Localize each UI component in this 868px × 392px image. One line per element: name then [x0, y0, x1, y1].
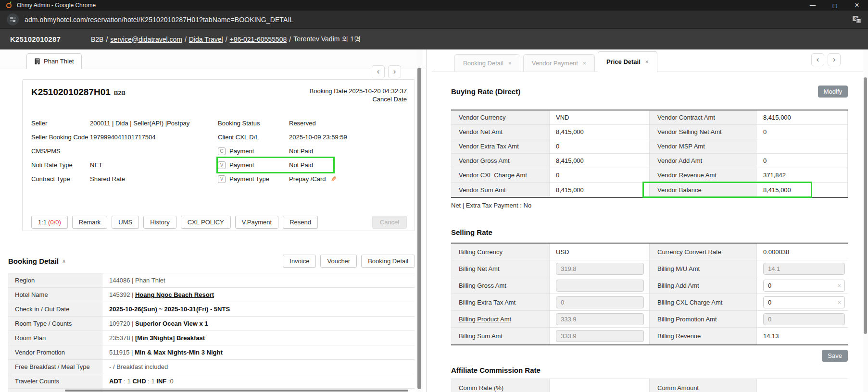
site-settings-icon[interactable] — [7, 13, 19, 25]
tab-price-detail[interactable]: Price Detail× — [598, 51, 657, 72]
clear-input-icon[interactable]: × — [837, 282, 841, 289]
cell-label-text: Vendor Net Amt — [459, 128, 503, 135]
booking-detail-button[interactable]: Booking Detail — [361, 255, 415, 268]
collapse-icon[interactable]: ∧ — [62, 258, 66, 264]
tab-close-icon[interactable]: × — [508, 60, 512, 67]
maximize-button[interactable]: ▢ — [824, 0, 846, 11]
save-button[interactable]: Save — [822, 350, 848, 362]
1-1-button[interactable]: 1:1(0/0) — [31, 216, 68, 229]
row-label-region: Region — [8, 273, 102, 288]
edit-payment-type-icon[interactable]: ✎ — [331, 175, 337, 184]
prev-booking-button[interactable]: ‹ — [372, 65, 385, 78]
hotel-name-link[interactable]: Hoang Ngoc Beach Resort — [135, 291, 214, 298]
url-bar[interactable]: adm.ohmyhotel.com/reservation/hotel/K251… — [0, 11, 868, 29]
v-payment-button[interactable]: V.Payment — [235, 216, 278, 229]
cell-label-vendor-add-amt: Vendor Add Amt — [650, 154, 757, 168]
text-segment: 145392 | — [109, 291, 135, 298]
tab-close-icon[interactable]: × — [583, 60, 586, 67]
agency-name-link[interactable]: Dida Travel — [189, 36, 223, 43]
history-button[interactable]: History — [143, 216, 176, 229]
tab-vendor-payment[interactable]: Vendor Payment× — [523, 54, 595, 72]
row-label-room-type-counts: Room Type / Counts — [8, 317, 102, 331]
cell-label-text: Vendor Extra Tax Amt — [459, 143, 519, 150]
minimize-button[interactable]: — — [802, 0, 824, 11]
tabs-scroll-left-button[interactable]: ‹ — [811, 53, 824, 66]
modify-button[interactable]: Modify — [818, 86, 848, 98]
input-wrap — [763, 263, 845, 275]
cell-label-text: Billing Extra Tax Amt — [459, 299, 516, 306]
cell-value-billing-add-amt: × — [757, 277, 848, 294]
voucher-button[interactable]: Voucher — [320, 255, 357, 268]
cell-value-vendor-selling-net-amt: 0 — [757, 125, 848, 139]
left-panel: Phan Thiet ‹ › K25102010287H01 B2B Booki… — [0, 49, 426, 392]
scrollbar-thumb[interactable] — [864, 77, 867, 334]
cell-label-vendor-gross-amt: Vendor Gross Amt — [451, 154, 550, 168]
billing-add-amt-input[interactable] — [763, 280, 845, 292]
translate-icon[interactable]: G 文 — [853, 16, 861, 24]
separator: / — [106, 36, 108, 43]
vendor-prefix-icon: V — [218, 161, 226, 169]
guest-name: Terentev Vadim 외 1명 — [293, 35, 361, 44]
row-value-free-breakfast-meal-type: - / Breakfast included — [102, 360, 415, 374]
tab-phan-thiet[interactable]: Phan Thiet — [26, 53, 82, 69]
cell-value-billing-cxl-charge-amt: × — [757, 294, 848, 311]
remark-button[interactable]: Remark — [72, 216, 108, 229]
billing-cxl-charge-amt-input[interactable] — [763, 296, 845, 308]
resend-button[interactable]: Resend — [283, 216, 318, 229]
field-pair-client-cxl-d-l: Client CXL D/L2025-10-09 23:59:59 — [218, 130, 347, 144]
tab-close-icon[interactable]: × — [645, 59, 649, 65]
text-segment: :0 — [166, 378, 173, 385]
field-label-text: Booking Status — [218, 120, 260, 127]
button-label: V.Payment — [242, 219, 272, 226]
billing-product-amt-link[interactable]: Billing Product Amt — [459, 316, 511, 323]
right-tab-bar: Booking Detail×Vendor Payment×Price Deta… — [432, 49, 863, 72]
cell-value-billing-promotion-amt — [757, 311, 848, 328]
horizontal-scrollbar-thumb[interactable] — [65, 390, 408, 392]
button-label: UMS — [118, 219, 132, 226]
cell-label-billing-revenue: Billing Revenue — [650, 328, 757, 344]
row-value-traveler-counts: ADT : 1 CHD : 1 INF :0 — [102, 374, 415, 389]
cell-label-vendor-msp-amt: Vendor MSP Amt — [650, 139, 757, 154]
url-text[interactable]: adm.ohmyhotel.com/reservation/hotel/K251… — [25, 16, 293, 24]
button-label: CXL POLICY — [188, 219, 224, 226]
text-segment: CHD — [132, 378, 146, 385]
cxl-policy-button[interactable]: CXL POLICY — [181, 216, 231, 229]
cell-value-billing-extra-tax-amt — [550, 294, 650, 311]
field-value-seller: 200011 | Dida | Seller(API) |Postpay — [90, 120, 218, 127]
field-label-text: Payment — [229, 147, 254, 155]
cell-label-billing-cxl-charge-amt: Billing CXL Charge Amt — [650, 294, 757, 311]
cell-label-vendor-sum-amt: Vendor Sum Amt — [451, 183, 550, 197]
text-segment: Superior Ocean View x 1 — [135, 320, 208, 327]
channel-label: B2B — [91, 36, 103, 43]
cell-label-text: Vendor Gross Amt — [459, 157, 510, 164]
hotel-building-icon — [34, 58, 40, 64]
ums-button[interactable]: UMS — [112, 216, 139, 229]
cell-label-vendor-contract-amt: Vendor Contract Amt — [650, 110, 757, 125]
client-prefix-icon: C — [218, 147, 226, 155]
agency-phone-link[interactable]: +86-021-60555508 — [230, 36, 287, 43]
scrollbar-thumb[interactable] — [417, 68, 421, 389]
left-panel-scrollbar[interactable] — [416, 49, 423, 392]
tabs-scroll-right-button[interactable]: › — [828, 53, 841, 66]
cell-label-billing-sum-amt: Billing Sum Amt — [451, 328, 550, 344]
field-value-seller-booking-code: 1979994041101717504 — [90, 134, 218, 141]
cell-label-text: Comm Amount — [657, 384, 699, 392]
cell-label-text: Vendor Selling Net Amt — [657, 128, 722, 135]
right-panel-scrollbar[interactable] — [863, 49, 868, 392]
text-segment: 109720 | — [109, 320, 135, 327]
billing-product-amt-input — [556, 313, 644, 325]
booking-summary-card: ‹ › K25102010287H01 B2B Booking Date 202… — [22, 79, 415, 231]
close-button[interactable]: × — [846, 0, 868, 11]
cell-value-vendor-add-amt: 0 — [757, 154, 848, 168]
selling-rate-title: Selling Rate — [451, 228, 492, 236]
app-logo-icon — [6, 3, 12, 8]
next-booking-button[interactable]: › — [388, 65, 401, 78]
tab-booking-detail[interactable]: Booking Detail× — [454, 54, 520, 72]
clear-input-icon[interactable]: × — [837, 299, 841, 306]
cell-value-vendor-contract-amt: 8,415,000 — [757, 110, 848, 125]
commission-rate-table: Comm Rate (%)Comm Amount — [451, 379, 848, 392]
agency-email-link[interactable]: service@didatravel.com — [110, 36, 182, 43]
cell-value-text: 0 — [556, 143, 559, 150]
cell-value-text: 0 — [763, 157, 767, 164]
invoice-button[interactable]: Invoice — [283, 255, 316, 268]
